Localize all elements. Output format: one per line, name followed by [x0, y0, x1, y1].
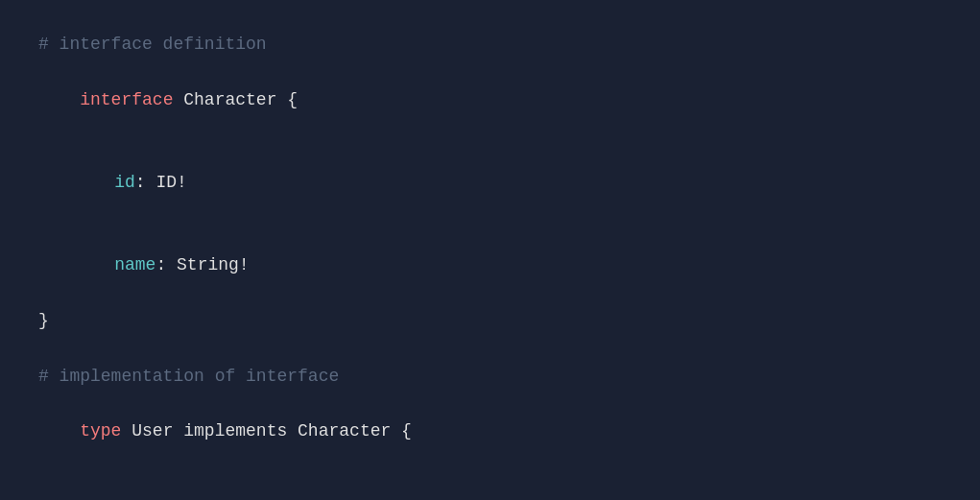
colon-2: :	[155, 255, 166, 274]
field-id-1: id: ID!	[38, 141, 942, 224]
interface-declaration: interface Character {	[38, 59, 942, 141]
comment-1: # interface definition	[38, 31, 942, 59]
interface-name: Character {	[173, 90, 298, 109]
type-declaration: type User implements Character {	[38, 390, 942, 472]
blank-line	[38, 335, 942, 363]
type-name-user: User implements Character {	[121, 421, 411, 440]
close-brace-1: }	[38, 307, 942, 335]
code-block: # interface definition interface Charact…	[0, 0, 980, 500]
field-id-name-1: id	[114, 173, 135, 192]
keyword-interface: interface	[80, 90, 173, 109]
field-name-label-1: name	[114, 255, 155, 274]
field-name-1: name: String!	[38, 225, 942, 307]
indent-2	[80, 251, 114, 279]
indent-1	[80, 169, 114, 197]
comment-2: # implementation of interface	[38, 363, 942, 391]
field-id-2: id: ID!	[38, 473, 942, 500]
field-id-type-1: ID!	[146, 173, 187, 192]
keyword-type: type	[80, 421, 121, 440]
colon-1: :	[135, 173, 146, 192]
field-name-type-1: String!	[166, 255, 249, 274]
